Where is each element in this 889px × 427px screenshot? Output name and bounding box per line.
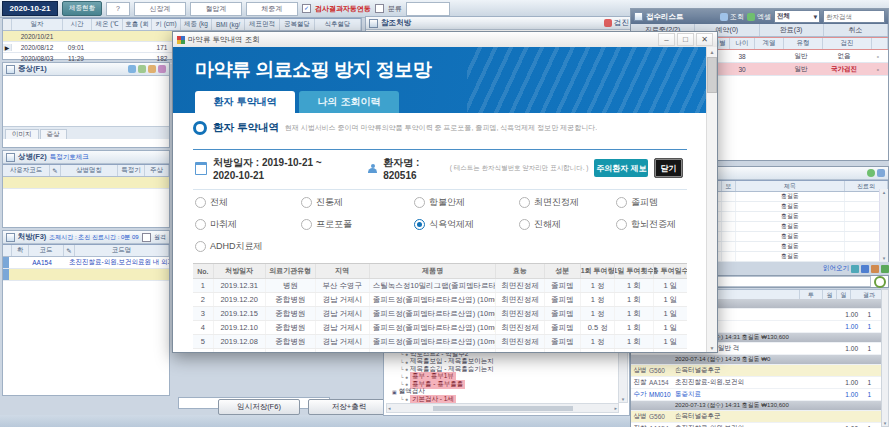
filter-radio[interactable]: 졸피뎀 [616, 195, 683, 209]
diagnosis-empty-row[interactable] [3, 177, 169, 189]
add-circle-icon[interactable] [874, 276, 886, 288]
save-icon[interactable] [128, 65, 136, 73]
scroll-down-icon[interactable]: ▼ [710, 343, 715, 352]
dialog-heading: 마약류 의료쇼핑 방지 정보망 [195, 57, 431, 83]
tool-icon-3[interactable] [871, 265, 879, 273]
copy-icon[interactable] [138, 65, 146, 73]
save-button[interactable]: 저장+출력 [308, 399, 390, 415]
row-action-icon[interactable]: ▫ [868, 53, 888, 60]
save-button[interactable]: 임시저장(F6) [218, 399, 300, 415]
narcotics-dialog: 마약류 투약내역 조회 – □ ✕ 마약류 의료쇼핑 방지 정보망 환자 투약내… [172, 31, 718, 353]
patient-name: 환자명 : 820516 [383, 156, 444, 181]
tab-my-query-history[interactable]: 나의 조회이력 [299, 91, 399, 113]
medication-row[interactable]: 3 2019.12.15 종합병원 경남 거제시 졸피드정(졸피뎀타르타르산염)… [193, 307, 687, 321]
filter-radio[interactable]: ADHD치료제 [195, 239, 301, 253]
billing-row[interactable]: 상병 G560 손목터널증후군 [631, 365, 888, 377]
filter-radio[interactable]: 최면진정제 [519, 195, 616, 209]
filter-label: ADHD치료제 [210, 240, 263, 253]
filter-label: 전체 [210, 196, 228, 209]
filter-radio[interactable]: 진통제 [301, 195, 414, 209]
billing-row[interactable]: 진찰 AA154 초진진찰료-의원,보건의 1.00 1 1 [631, 377, 888, 389]
reception-tab[interactable]: 취소 [824, 24, 888, 36]
medication-row[interactable]: 4 2019.12.10 종합병원 경남 거제시 졸피드정(졸피뎀타르타르산염)… [193, 321, 687, 335]
reception-tab[interactable]: 완료(3) [760, 24, 824, 36]
medication-row[interactable]: 2 2019.12.20 종합병원 경남 거제시 졸피드정(졸피뎀타르타르산염)… [193, 293, 687, 307]
query-icon [720, 13, 728, 21]
excel-button[interactable]: 엑셀 [747, 12, 771, 22]
checkbox-checked-icon[interactable]: ✓ [302, 4, 311, 13]
filter-radio[interactable]: 항뇌전증제 [616, 217, 683, 231]
dialog-scrollbar[interactable]: ▲ ▼ [706, 47, 717, 352]
tool-icon-4[interactable] [881, 265, 889, 273]
help-button[interactable]: ? [106, 2, 130, 16]
font-icon[interactable] [158, 65, 166, 73]
symptom-tab[interactable]: 증상 [40, 129, 67, 139]
topbar-field[interactable]: 체중계 [246, 2, 298, 16]
diagnosis-panel-title: 상병(F2) [18, 152, 47, 162]
close-dialog-button[interactable]: 닫기 [654, 158, 683, 178]
panel-icon [369, 19, 378, 28]
medication-table-header: No. 처방일자 의료기관유형 지역 제품명 효능 성분 1회 투여량 1일 투… [193, 263, 687, 279]
filter-radio[interactable]: 진해제 [519, 217, 616, 231]
billing-code: G560 [649, 367, 675, 374]
tool-icon-2[interactable] [861, 265, 869, 273]
history-scrollbar[interactable]: ▴▾ [879, 189, 888, 261]
order-empty-row[interactable] [3, 269, 169, 281]
divider [193, 149, 687, 150]
minimize-button[interactable]: – [658, 33, 675, 46]
medication-row[interactable]: 6 2019.12.07 종합병원 경남 거제시 졸피드정(졸피뎀타르타르산염)… [193, 349, 687, 352]
alert-icon[interactable] [604, 19, 612, 27]
medication-row[interactable]: 1 2019.12.31 병원 부산 수영구 스틸녹스정10밀리그램(졸피뎀타르… [193, 279, 687, 293]
load-link[interactable]: 읽어오기 [823, 264, 849, 273]
billing-row[interactable]: 수가 MM010 통증치료 1.00 1 1 [631, 389, 888, 401]
date-picker[interactable]: 2020-10-21 [2, 1, 58, 16]
billing-name: 2020-07-13 (접수) 14:31 홍길동 ₩130,600 [675, 401, 836, 410]
patient-search-input[interactable] [823, 10, 885, 23]
topbar-field[interactable]: 혈압계 [190, 2, 242, 16]
filter-label: 졸피뎀 [631, 196, 658, 209]
symptom-tab[interactable]: 이미지 [5, 129, 39, 139]
checkbox-icon[interactable] [375, 4, 384, 13]
filter-radio[interactable]: 항불안제 [414, 195, 519, 209]
maximize-button[interactable]: □ [677, 33, 694, 46]
row-action-icon[interactable]: ▫ [868, 66, 888, 73]
scroll-up-icon[interactable]: ▲ [710, 47, 715, 56]
billing-row[interactable]: 진찰 AA154 초진진찰료-의원,보건의 1.00 1 1 [631, 423, 888, 427]
close-window-button[interactable]: ✕ [696, 33, 713, 46]
order-row[interactable]: AA154 초진진찰료-의원,보건의료원 내 의과 [3, 257, 169, 269]
order-header: 확 코드 ✎ 코드명 [3, 244, 169, 257]
billing-row[interactable]: 상병 G560 손목터널증후군 [631, 411, 888, 423]
filter-radio[interactable]: 프로포폴 [301, 217, 414, 231]
tree-horizontal-scrollbar[interactable]: ◂▸ [386, 403, 619, 413]
billing-scrollbar[interactable]: ▾ [881, 289, 889, 427]
topbar-field[interactable]: 신장계 [134, 2, 186, 16]
medication-rows: 1 2019.12.31 병원 부산 수영구 스틸녹스정10밀리그램(졸피뎀타르… [193, 279, 687, 352]
row-marker: ▶ [3, 44, 12, 51]
filter-dropdown[interactable]: 전체▾ [774, 10, 820, 23]
zoom-icon[interactable] [148, 65, 156, 73]
category-field[interactable] [406, 2, 450, 16]
tree-item[interactable]: 기본검사 - 1세 [384, 396, 629, 404]
emr-root: 2020-10-21 체중현황 ? 신장계혈압계체중계 ✓ 검사결과자동연동 분… [0, 0, 889, 427]
scroll-thumb[interactable] [707, 57, 717, 93]
billing-row[interactable]: 2020-07-14 (접수) 14:29 홍길동 ₩0 [631, 355, 888, 365]
query-button[interactable]: 조회 [720, 12, 744, 22]
medication-row[interactable]: 5 2019.12.08 종합병원 경남 거제시 졸피드정(졸피뎀타르타르산염)… [193, 335, 687, 349]
refresh-icon[interactable] [867, 169, 875, 177]
filter-radio[interactable]: 마취제 [195, 217, 301, 231]
report-patient-button[interactable]: 주의환자 제보 [594, 159, 648, 177]
weight-status-button[interactable]: 체중현황 [62, 1, 102, 16]
filter-radio[interactable]: 식욕억제제 [414, 217, 519, 231]
radio-icon [195, 241, 206, 252]
filter-radio[interactable]: 전체 [195, 195, 301, 209]
tool-icon-1[interactable] [851, 265, 859, 273]
dialog-titlebar[interactable]: 마약류 투약내역 조회 – □ ✕ [173, 32, 717, 48]
special-code-link[interactable]: 특정기호체크 [50, 153, 89, 162]
symptom-textarea[interactable] [3, 76, 169, 126]
order-panel: 처방(F3) 조제시간 : 초진 진료시간 : 0분 09초 원격 확 코드 ✎… [2, 230, 170, 396]
grid-icon[interactable] [877, 169, 885, 177]
tab-patient-medication[interactable]: 환자 투약내역 [195, 91, 295, 113]
billing-row[interactable]: 2020-07-13 (접수) 14:31 홍길동 ₩130,600 [631, 401, 888, 411]
remote-checkbox[interactable] [142, 233, 151, 242]
billing-name: 2020-07-14 (접수) 14:29 홍길동 ₩0 [675, 355, 836, 364]
